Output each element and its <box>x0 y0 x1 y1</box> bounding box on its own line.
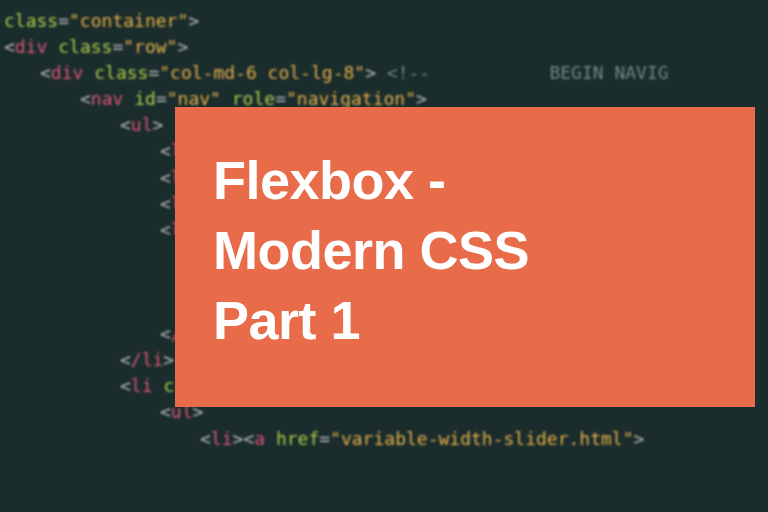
code-line: class="container"> <box>0 8 768 34</box>
code-line: <div class="col-md-6 col-lg-8"> <!-- BEG… <box>0 60 768 86</box>
title-overlay: Flexbox - Modern CSS Part 1 <box>175 107 755 407</box>
code-line: <li><a href="variable-width-slider.html"… <box>0 426 768 452</box>
article-title: Flexbox - Modern CSS Part 1 <box>213 145 529 356</box>
code-line: <div class="row"> <box>0 34 768 60</box>
